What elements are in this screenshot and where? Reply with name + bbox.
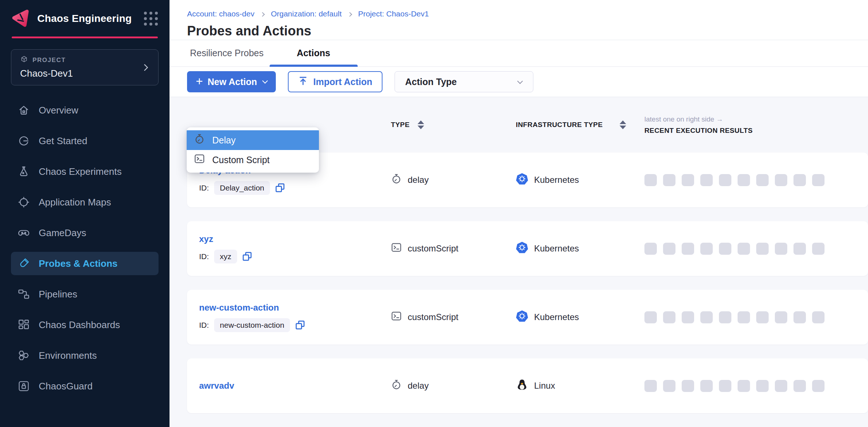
tab-bar: Resilience Probes Actions [170,40,868,67]
breadcrumb-project-link[interactable]: Project: Chaos-Dev1 [358,9,429,18]
main-content: Account: chaos-dev Organization: default… [170,0,868,427]
menu-item-delay[interactable]: Delay [187,130,319,150]
table-row[interactable]: awrvadv delay Linux [187,358,868,413]
flask-icon [18,165,30,178]
column-header-infrastructure-type[interactable]: INFRASTRUCTURE TYPE [516,120,644,130]
breadcrumb-organization-link[interactable]: Organization: default [271,9,342,18]
sidebar-item-chaos-dashboards[interactable]: Chaos Dashboards [11,313,159,336]
sidebar-item-gamedays[interactable]: GameDays [11,221,159,245]
kubernetes-icon [516,173,528,187]
project-label: PROJECT [33,57,66,64]
test-tube-icon [18,257,30,270]
sidebar-item-label: ChaosGuard [39,381,92,392]
breadcrumb-account-link[interactable]: Account: chaos-dev [187,9,254,18]
stopwatch-icon [194,134,205,147]
results-note: latest one on right side → [644,115,868,123]
tab-resilience-probes[interactable]: Resilience Probes [190,40,264,66]
chevron-right-icon [141,64,148,71]
shield-lock-icon [18,380,30,392]
sidebar-item-label: Environments [39,350,97,361]
brand-accent-divider [12,36,158,38]
sidebar-item-label: GameDays [39,227,86,239]
project-selector[interactable]: PROJECT Chaos-Dev1 [11,49,159,85]
upload-icon [298,76,308,88]
actions-toolbar: + New Action Import Action Action Type [170,67,868,97]
sort-icon[interactable] [418,120,424,129]
get-started-icon [18,135,30,147]
action-name-link[interactable]: awrvadv [199,381,391,391]
action-name-link[interactable]: new-custom-action [199,303,391,313]
infrastructure-value: Kubernetes [534,243,579,254]
action-type-value: delay [408,381,429,391]
sidebar-item-label: Chaos Experiments [39,166,122,177]
recent-execution-results [644,174,868,186]
sidebar: Chaos Engineering PROJECT Chaos-Dev1 [0,0,170,427]
infrastructure-value: Kubernetes [534,175,579,185]
sidebar-item-label: Chaos Dashboards [39,319,120,331]
action-type-value: customScript [408,243,458,254]
page-title: Probes and Actions [187,23,868,39]
sidebar-item-label: Overview [39,105,78,116]
terminal-icon [194,153,205,166]
recent-execution-results [644,380,868,392]
table-row[interactable]: new-custom-action ID: new-custom-action … [187,290,868,345]
new-action-menu: Delay Custom Script [187,127,319,173]
action-id-chip: new-custom-action [214,318,290,332]
harness-chaos-logo-icon [10,7,31,30]
target-icon [18,196,30,208]
recent-execution-results [644,311,868,323]
stopwatch-icon [391,173,402,186]
infrastructure-value: Linux [534,381,555,391]
recent-execution-results [644,243,868,255]
import-action-button[interactable]: Import Action [288,71,382,92]
copy-icon[interactable] [275,183,285,193]
gamepad-icon [18,227,30,239]
kubernetes-icon [516,241,528,256]
terminal-icon [391,242,402,255]
sidebar-item-pipelines[interactable]: Pipelines [11,282,159,306]
copy-icon[interactable] [242,251,252,261]
menu-item-custom-script[interactable]: Custom Script [187,150,319,170]
pipeline-icon [18,288,30,300]
sidebar-item-label: Probes & Actions [39,258,118,269]
sidebar-item-label: Pipelines [39,289,77,300]
sidebar-item-probes-and-actions[interactable]: Probes & Actions [11,252,159,275]
breadcrumb: Account: chaos-dev Organization: default… [187,9,868,18]
cube-icon [20,55,28,65]
id-label: ID: [199,252,209,261]
table-row[interactable]: xyz ID: xyz customScript [187,221,868,276]
copy-icon[interactable] [295,320,305,330]
action-name-link[interactable]: xyz [199,234,391,244]
id-label: ID: [199,321,209,330]
hexagons-icon [18,349,30,362]
dashboard-icon [18,319,30,331]
app-switcher-grid-icon[interactable] [144,12,158,26]
sidebar-item-environments[interactable]: Environments [11,344,159,367]
sidebar-item-chaos-experiments[interactable]: Chaos Experiments [11,160,159,183]
terminal-icon [391,311,402,324]
chevron-right-icon [260,12,265,17]
sidebar-item-application-maps[interactable]: Application Maps [11,191,159,214]
tab-actions[interactable]: Actions [270,40,358,66]
action-type-select[interactable]: Action Type [395,71,533,92]
action-type-value: customScript [408,312,458,322]
stopwatch-icon [391,379,402,392]
sort-icon[interactable] [620,120,626,129]
sidebar-item-chaosguard[interactable]: ChaosGuard [11,374,159,398]
chevron-down-icon [262,78,268,84]
sidebar-nav: Overview Get Started Chaos Experiments A… [0,99,170,398]
sidebar-item-overview[interactable]: Overview [11,99,159,122]
action-id-chip: xyz [214,250,237,263]
home-icon [18,104,30,116]
infrastructure-value: Kubernetes [534,312,579,322]
chevron-down-icon [517,78,523,84]
new-action-button[interactable]: + New Action [187,71,276,92]
column-header-recent-execution-results: latest one on right side → RECENT EXECUT… [644,115,868,135]
action-type-value: delay [408,175,429,185]
column-header-type[interactable]: TYPE [391,120,516,129]
kubernetes-icon [516,310,528,324]
project-name: Chaos-Dev1 [20,68,73,79]
linux-icon [516,378,528,393]
action-id-chip: Delay_action [214,181,270,195]
sidebar-item-get-started[interactable]: Get Started [11,129,159,153]
